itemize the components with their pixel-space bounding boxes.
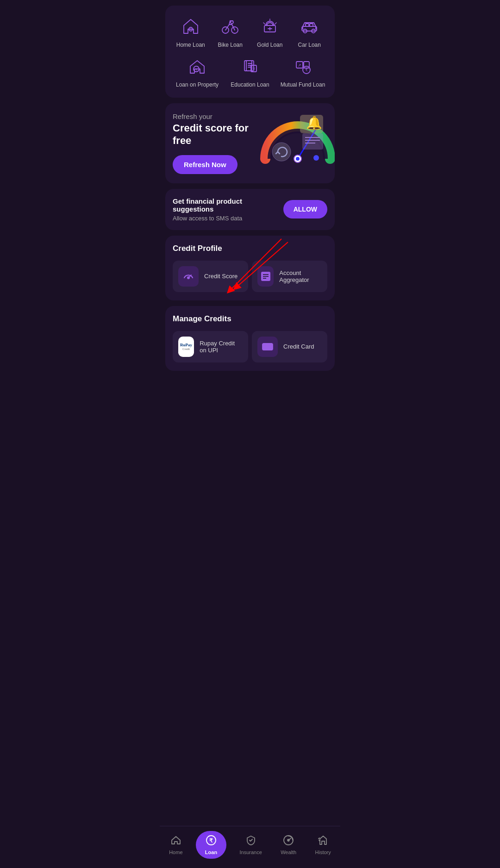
sms-card-text: Get financial product suggestions Allow … (173, 197, 283, 222)
account-aggregator-label: Account Aggregator (279, 269, 322, 283)
credit-profile-title: Credit Profile (173, 244, 327, 253)
svg-point-56 (288, 839, 289, 841)
allow-sms-button[interactable]: ALLOW (283, 200, 327, 219)
mutualfund-loan-icon: ↗ ₹ (291, 55, 314, 78)
loan-item-gold[interactable]: Gold Loan (252, 15, 288, 49)
svg-point-35 (272, 143, 291, 161)
rupay-logo: RuPay Credit (178, 337, 194, 357)
loan-nav-icon: ₹ (206, 835, 217, 848)
loan-item-home[interactable]: ₹ Home Loan (173, 15, 209, 49)
svg-rect-37 (302, 133, 323, 150)
manage-credits-card: Manage Credits RuPay Credit Rupay Credit… (165, 306, 335, 371)
bottom-navigation: Home ₹ Loan Insurance (160, 826, 340, 868)
svg-rect-14 (306, 24, 309, 26)
loan-nav-label: Loan (205, 849, 217, 855)
nav-item-home[interactable]: Home (163, 832, 188, 858)
credit-banner-text: Refresh your Credit score for free Refre… (173, 112, 258, 174)
history-nav-label: History (315, 849, 331, 855)
svg-text:₹: ₹ (253, 67, 255, 71)
home-loan-icon: ₹ (179, 15, 202, 38)
loan-item-car[interactable]: Car Loan (292, 15, 328, 49)
svg-point-36 (313, 155, 319, 161)
nav-item-insurance[interactable]: Insurance (234, 832, 267, 858)
nav-item-wealth[interactable]: Wealth (275, 832, 302, 858)
education-loan-label: Education Loan (231, 81, 269, 89)
manage-credits-title: Manage Credits (173, 314, 327, 324)
sms-card-subtitle: Allow access to SMS data (173, 215, 283, 222)
loan-item-property[interactable]: ₹ Loan on Property (173, 55, 222, 89)
loan-item-mutualfund[interactable]: ↗ ₹ Mutual Fund Loan (278, 55, 327, 89)
car-loan-label: Car Loan (298, 42, 321, 49)
credit-card-item[interactable]: Credit Card (252, 331, 327, 362)
mutualfund-loan-label: Mutual Fund Loan (281, 81, 325, 89)
car-loan-icon (298, 15, 321, 38)
loan-grid-row2: ₹ Loan on Property ₹ (173, 55, 327, 89)
credit-profile-grid: Credit Score Account Aggregator (173, 261, 327, 292)
insurance-nav-label: Insurance (239, 849, 262, 855)
bike-loan-icon (219, 15, 242, 38)
gold-loan-icon (258, 15, 281, 38)
svg-line-10 (275, 23, 276, 25)
svg-line-8 (263, 23, 265, 25)
svg-text:₹: ₹ (190, 28, 192, 31)
account-aggregator-item[interactable]: Account Aggregator (252, 261, 327, 292)
svg-text:₹: ₹ (209, 837, 213, 844)
manage-credits-grid: RuPay Credit Rupay Credit on UPI Credit … (173, 331, 327, 362)
sms-suggestion-card: Get financial product suggestions Allow … (165, 189, 335, 230)
svg-point-32 (296, 157, 300, 161)
credit-score-banner: Refresh your Credit score for free Refre… (165, 103, 335, 183)
gold-loan-label: Gold Loan (257, 42, 282, 49)
account-aggregator-icon (257, 266, 274, 287)
home-loan-label: Home Loan (176, 42, 205, 49)
home-nav-icon (170, 835, 181, 848)
svg-text:₹: ₹ (195, 68, 198, 71)
property-loan-icon: ₹ (186, 55, 209, 78)
svg-text:↗: ↗ (298, 63, 301, 68)
history-nav-icon (318, 835, 329, 848)
credit-banner-subtitle: Refresh your (173, 112, 258, 120)
rupay-credit-label: Rupay Credit on UPI (200, 340, 243, 354)
insurance-nav-icon (245, 835, 256, 848)
credit-score-item-label: Credit Score (204, 273, 238, 280)
loan-item-education[interactable]: ₹ Education Loan (225, 55, 275, 89)
property-loan-label: Loan on Property (176, 81, 219, 89)
credit-profile-card: Credit Profile Credit Score (165, 236, 335, 300)
nav-item-loan[interactable]: ₹ Loan (196, 831, 226, 859)
home-nav-label: Home (169, 849, 182, 855)
credit-banner-title: Credit score for free (173, 122, 258, 147)
credit-card-label: Credit Card (283, 343, 314, 350)
bike-loan-label: Bike Loan (218, 42, 243, 49)
svg-rect-11 (302, 26, 317, 31)
svg-rect-51 (264, 347, 267, 349)
education-loan-icon: ₹ (238, 55, 262, 78)
svg-rect-49 (262, 343, 273, 350)
credit-score-visual: 🔔 (256, 108, 335, 177)
page-content: ₹ Home Loan Bike Loan (160, 6, 340, 413)
loan-types-card: ₹ Home Loan Bike Loan (165, 6, 335, 98)
wealth-nav-label: Wealth (281, 849, 296, 855)
credit-score-item-icon (178, 266, 199, 287)
svg-text:₹: ₹ (305, 68, 308, 72)
wealth-nav-icon (283, 835, 294, 848)
svg-point-4 (231, 21, 233, 24)
svg-rect-15 (310, 24, 313, 26)
loan-grid-row1: ₹ Home Loan Bike Loan (173, 15, 327, 49)
credit-card-icon (257, 337, 278, 357)
loan-item-bike[interactable]: Bike Loan (212, 15, 249, 49)
credit-score-item[interactable]: Credit Score (173, 261, 248, 292)
sms-card-title: Get financial product suggestions (173, 197, 283, 213)
svg-text:🔔: 🔔 (306, 115, 322, 131)
nav-item-history[interactable]: History (310, 832, 337, 858)
rupay-credit-item[interactable]: RuPay Credit Rupay Credit on UPI (173, 331, 248, 362)
refresh-now-button[interactable]: Refresh Now (173, 155, 238, 174)
